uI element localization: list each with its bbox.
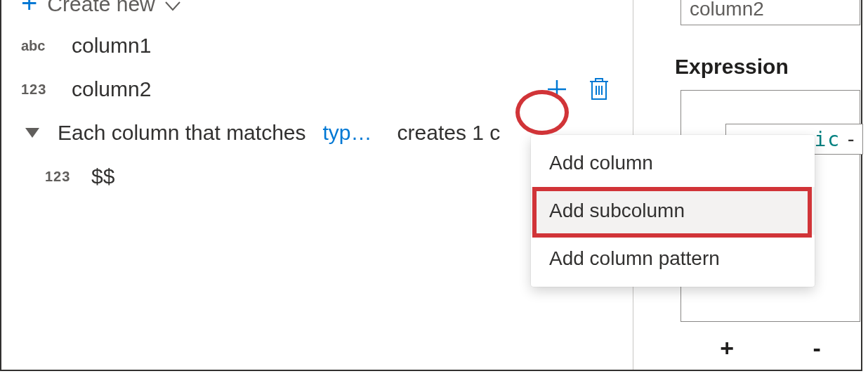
delete-column-button[interactable] [586, 77, 612, 102]
expression-token-text: ic [814, 128, 841, 151]
expression-zoom-out[interactable]: - [813, 335, 820, 362]
expression-zoom-in[interactable]: + [720, 335, 734, 362]
caret-down-icon [25, 128, 39, 138]
row-actions [544, 77, 612, 102]
column-name: column2 [72, 77, 151, 101]
expression-heading: Expression [675, 55, 789, 79]
chevron-down-icon [165, 0, 180, 16]
pattern-type-link[interactable]: typ… [323, 121, 372, 145]
column-row-column2[interactable]: 123 column2 [3, 67, 633, 111]
menu-item-add-column-pattern[interactable]: Add column pattern [531, 235, 815, 283]
plus-icon [546, 78, 568, 101]
menu-item-label: Add column [549, 152, 653, 174]
column-name-input[interactable]: column2 [680, 0, 860, 25]
add-column-menu: Add column Add subcolumn Add column patt… [531, 135, 815, 287]
column-name: column1 [72, 34, 151, 58]
trash-icon [588, 77, 610, 101]
menu-item-label: Add subcolumn [549, 200, 685, 221]
plus-icon: + [21, 0, 37, 17]
menu-item-add-subcolumn[interactable]: Add subcolumn [531, 187, 815, 235]
pattern-prefix: Each column that matches [58, 121, 306, 145]
create-new-button[interactable]: + Create new [3, 0, 633, 24]
menu-item-add-column[interactable]: Add column [531, 139, 815, 187]
column-name-value: column2 [690, 0, 764, 20]
column-row-column1[interactable]: abc column1 [3, 24, 633, 67]
pattern-suffix: creates 1 c [397, 121, 501, 145]
expression-zoom-controls: + - [680, 335, 860, 362]
subcolumn-name: $$ [91, 164, 114, 188]
type-badge-abc: abc [21, 38, 53, 54]
menu-item-label: Add column pattern [549, 247, 720, 269]
type-badge-123: 123 [45, 169, 77, 185]
expression-cursor: - [845, 128, 858, 151]
type-badge-123: 123 [21, 82, 53, 98]
create-new-label: Create new [47, 0, 154, 16]
add-column-icon-button[interactable] [544, 77, 570, 102]
